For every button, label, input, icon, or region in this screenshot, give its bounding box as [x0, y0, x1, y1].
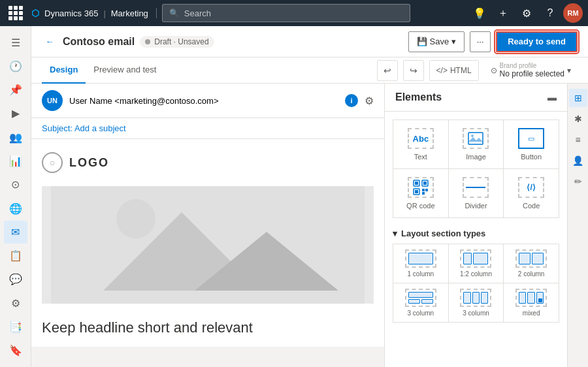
layout-mixed-label: mixed — [523, 310, 540, 317]
redo-button[interactable]: ↪ — [403, 60, 424, 81]
sidebar-pin-icon[interactable]: 📌 — [4, 79, 27, 101]
app-launcher-button[interactable] — [5, 3, 26, 24]
tab-preview[interactable]: Preview and test — [86, 57, 164, 84]
text-element-icon: Abc — [408, 128, 434, 149]
save-button[interactable]: 💾 Save ▾ — [408, 31, 465, 52]
sidebar-chart-icon[interactable]: 📊 — [4, 150, 27, 172]
svg-rect-12 — [415, 190, 418, 193]
element-image[interactable]: Image — [449, 120, 504, 168]
back-button[interactable]: ← — [42, 34, 57, 50]
panel-layout-icon[interactable]: ▬ — [547, 92, 557, 103]
far-right-panel: ⊞ ✱ ≡ 👤 ✏ — [567, 84, 588, 367]
layout-2col-preview — [515, 249, 547, 268]
qr-element-icon — [408, 177, 434, 198]
layout-mixed[interactable]: mixed — [504, 283, 559, 322]
more-options-button[interactable]: ··· — [470, 31, 491, 52]
layout-12col[interactable]: 1:2 column — [449, 244, 504, 283]
page-toolbar: ← Contoso email Draft · Unsaved 💾 Save ▾… — [31, 26, 588, 57]
far-right-person-icon[interactable]: 👤 — [569, 152, 587, 170]
html-label: HTML — [450, 66, 472, 75]
sender-avatar: UN — [42, 90, 63, 111]
html-button[interactable]: </> HTML — [429, 60, 479, 81]
layout-2col-label: 2 column — [518, 270, 545, 278]
far-right-list-icon[interactable]: ≡ — [569, 131, 587, 149]
layout-section-title: ▾ Layout section types — [385, 226, 567, 244]
sidebar-list-icon[interactable]: 📑 — [4, 315, 27, 338]
element-divider[interactable]: Divider — [449, 169, 504, 217]
html-icon: </> — [436, 66, 448, 75]
elements-panel: Elements ▬ Abc Text — [384, 84, 567, 367]
status-text: Draft · Unsaved — [154, 37, 208, 46]
info-button[interactable]: i — [345, 94, 358, 107]
image-element-icon — [463, 128, 489, 149]
element-button[interactable]: ▭ Button — [504, 120, 559, 168]
svg-rect-8 — [415, 182, 418, 185]
brand-profile-label: Brand profile — [500, 62, 564, 69]
svg-point-6 — [471, 135, 474, 137]
far-right-edit-icon[interactable]: ✏ — [569, 172, 587, 191]
sidebar-play-icon[interactable]: ▶ — [4, 103, 27, 125]
svg-rect-13 — [422, 189, 425, 191]
subject-value[interactable]: Add a subject — [74, 123, 126, 133]
nav-brand: ⬡ Dynamics 365 | Marketing — [31, 8, 157, 18]
layout-1-2-split[interactable]: 3 column — [393, 283, 448, 322]
sub-toolbar-actions: ↩ ↪ </> HTML ⊙ Brand profile No profile … — [377, 60, 578, 81]
sub-toolbar: Design Preview and test ↩ ↪ </> HTML ⊙ B… — [31, 57, 588, 84]
help-bulb-button[interactable]: 💡 — [469, 3, 490, 24]
search-icon: 🔍 — [169, 8, 179, 18]
layout-3col[interactable]: 3 column — [449, 283, 504, 322]
layout-1col[interactable]: 1 column — [393, 244, 448, 283]
email-header: UN User Name <marketing@contoso.com> i ⚙ — [31, 84, 384, 118]
sidebar-email-icon[interactable]: ✉ — [4, 221, 27, 243]
nav-actions: 💡 ＋ ⚙ ? RM — [469, 3, 583, 24]
email-body: ○ LOGO Keep headline short and relevant — [31, 139, 384, 347]
divider-element-icon — [463, 177, 489, 198]
left-sidebar: ☰ 🕐 📌 ▶ 👥 📊 ⊙ 🌐 ✉ 📋 💬 ⚙ 📑 🔖 — [0, 26, 31, 367]
panel-title: Elements — [395, 91, 442, 103]
svg-marker-5 — [468, 137, 483, 142]
element-text[interactable]: Abc Text — [393, 120, 448, 168]
sidebar-segment-icon[interactable]: ⊙ — [4, 174, 27, 196]
far-right-elements-icon[interactable]: ⊞ — [569, 89, 587, 107]
sidebar-contacts-icon[interactable]: 👥 — [4, 126, 27, 148]
layout-2col[interactable]: 2 column — [504, 244, 559, 283]
sender-info: User Name <marketing@contoso.com> — [69, 96, 338, 106]
ready-to-send-button[interactable]: Ready to send — [496, 31, 578, 52]
image-label: Image — [466, 153, 486, 161]
help-button[interactable]: ? — [540, 3, 561, 24]
svg-rect-4 — [468, 133, 483, 144]
element-code[interactable]: ⟨/⟩ Code — [504, 169, 559, 217]
tab-design[interactable]: Design — [42, 57, 86, 84]
user-avatar[interactable]: RM — [563, 3, 583, 23]
sender-name: User Name <marketing@contoso.com> — [69, 96, 219, 106]
layout-title-text: Layout section types — [401, 229, 485, 238]
sidebar-cog-icon[interactable]: ⚙ — [4, 292, 27, 314]
sidebar-chat-icon[interactable]: 💬 — [4, 268, 27, 291]
editor-area: UN User Name <marketing@contoso.com> i ⚙… — [31, 84, 588, 367]
sidebar-person-icon[interactable]: 🔖 — [4, 340, 27, 362]
layout-3col-label: 3 column — [463, 310, 489, 317]
layout-12col-preview — [460, 249, 491, 268]
layout-chevron-icon: ▾ — [393, 229, 397, 238]
far-right-star-icon[interactable]: ✱ — [569, 110, 587, 128]
main-layout: ☰ 🕐 📌 ▶ 👥 📊 ⊙ 🌐 ✉ 📋 💬 ⚙ 📑 🔖 ← Contoso em… — [0, 26, 588, 367]
content-area: ← Contoso email Draft · Unsaved 💾 Save ▾… — [31, 26, 588, 367]
add-button[interactable]: ＋ — [493, 3, 514, 24]
element-qr[interactable]: QR code — [393, 169, 448, 217]
settings-button[interactable]: ⚙ — [516, 3, 537, 24]
svg-rect-14 — [425, 189, 428, 191]
svg-rect-15 — [422, 192, 425, 195]
undo-button[interactable]: ↩ — [377, 60, 398, 81]
brand-profile-dropdown[interactable]: ⊙ Brand profile No profile selected ▾ — [484, 62, 578, 78]
qr-label: QR code — [406, 202, 434, 210]
back-icon: ← — [46, 37, 54, 46]
search-bar[interactable]: 🔍 Search — [162, 4, 410, 22]
code-label: Code — [523, 202, 540, 210]
layout-1col-preview — [405, 249, 436, 268]
sidebar-menu-icon[interactable]: ☰ — [4, 31, 27, 54]
module-name: Marketing — [111, 8, 148, 18]
sidebar-globe-icon[interactable]: 🌐 — [4, 197, 27, 219]
sidebar-recent-icon[interactable]: 🕐 — [4, 55, 27, 77]
sidebar-form-icon[interactable]: 📋 — [4, 245, 27, 267]
email-settings-icon[interactable]: ⚙ — [365, 95, 374, 107]
